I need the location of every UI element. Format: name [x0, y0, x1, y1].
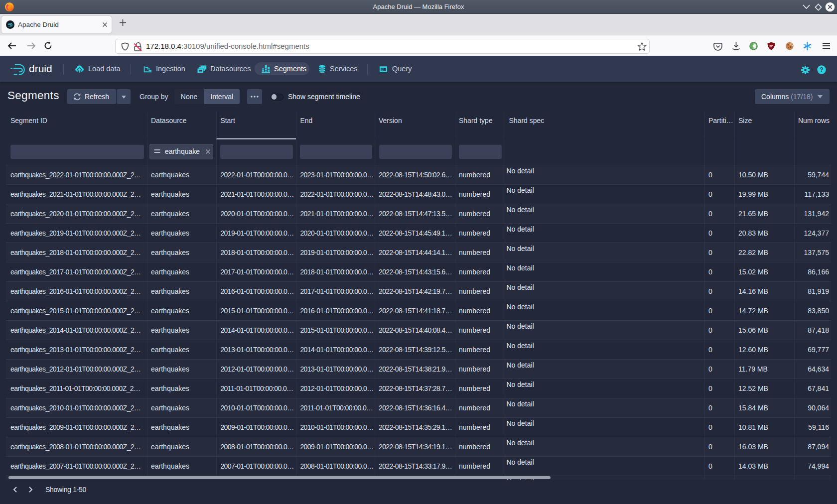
- svg-text:?: ?: [820, 66, 823, 73]
